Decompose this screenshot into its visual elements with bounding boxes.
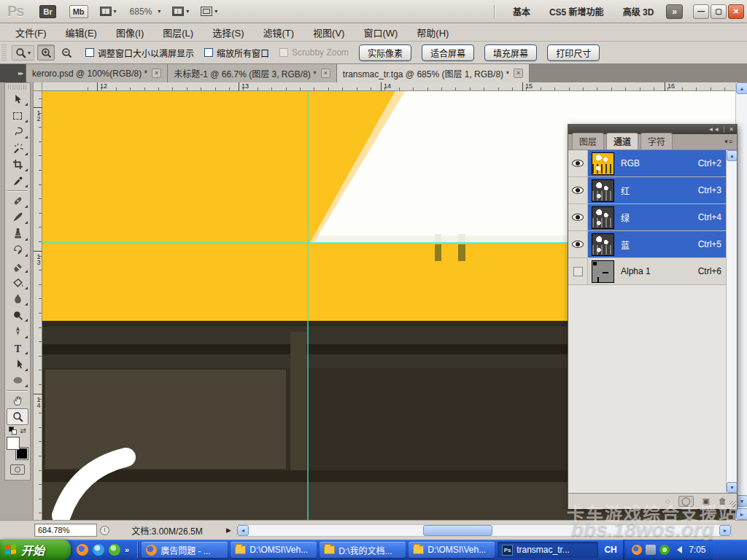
save-selection-as-channel-icon[interactable]: ◯ bbox=[678, 496, 693, 507]
start-button[interactable]: 开始 bbox=[0, 540, 71, 560]
menu-help[interactable]: 帮助(H) bbox=[407, 26, 458, 39]
channel-row-green[interactable]: 绿 Ctrl+4 bbox=[568, 204, 726, 231]
scroll-up-icon[interactable]: ▲ bbox=[736, 82, 747, 94]
horizontal-scrollbar[interactable]: ◄ ► bbox=[236, 524, 732, 537]
lasso-tool[interactable] bbox=[7, 124, 28, 140]
app-quicklaunch-icon[interactable] bbox=[109, 544, 120, 556]
launch-minibridge-button[interactable]: Mb bbox=[69, 5, 88, 18]
workspace-3d-button[interactable]: 高级 3D bbox=[616, 3, 661, 20]
history-brush-tool[interactable] bbox=[7, 242, 28, 258]
language-indicator[interactable]: CH bbox=[600, 545, 622, 555]
menu-view[interactable]: 视图(V) bbox=[303, 26, 354, 39]
close-panel-icon[interactable]: ✕ bbox=[729, 126, 734, 133]
menu-layer[interactable]: 图层(L) bbox=[153, 26, 203, 39]
channel-row-alpha1[interactable]: Alpha 1 Ctrl+6 bbox=[568, 258, 726, 285]
ruler-corner[interactable] bbox=[34, 82, 42, 91]
new-channel-icon[interactable]: ▣ bbox=[703, 497, 710, 505]
status-expand-icon[interactable]: ▶ bbox=[226, 526, 231, 534]
launch-bridge-button[interactable]: Br bbox=[39, 5, 55, 18]
minimize-button[interactable]: — bbox=[693, 4, 709, 19]
task-folder-documents[interactable]: D:\我的文档... bbox=[320, 542, 406, 558]
load-channel-selection-icon[interactable]: ◌ bbox=[665, 497, 670, 505]
clock[interactable]: 7:05 bbox=[689, 545, 705, 555]
close-icon[interactable]: × bbox=[514, 69, 523, 78]
scroll-right-icon[interactable]: ► bbox=[736, 508, 747, 520]
visibility-cell[interactable] bbox=[568, 204, 588, 230]
chevron-down-icon[interactable]: ▾ bbox=[158, 8, 160, 15]
restore-button[interactable]: ▢ bbox=[711, 4, 727, 19]
channel-row-blue[interactable]: 蓝 Ctrl+5 bbox=[568, 231, 726, 258]
quick-mask-button[interactable] bbox=[10, 464, 25, 475]
doc-tab-untitled[interactable]: 未标题-1 @ 66.7% (图层 3, RGB/8) * × bbox=[168, 64, 337, 82]
zoom-in-button[interactable] bbox=[37, 44, 55, 61]
tools-grip[interactable] bbox=[8, 85, 27, 90]
zoom-tool-preset[interactable]: ▾ bbox=[12, 45, 34, 61]
visibility-cell[interactable] bbox=[568, 258, 588, 284]
crop-tool[interactable] bbox=[7, 157, 28, 173]
vertical-ruler[interactable]: 12 13 14 bbox=[34, 91, 42, 520]
doc-tab-transmac[interactable]: transmac_tr.tga @ 685% (图层 1, RGB/8) * × bbox=[337, 64, 530, 82]
panel-menu-icon[interactable]: ▾≡ bbox=[724, 138, 733, 145]
tab-layers[interactable]: 图层 bbox=[572, 133, 604, 149]
close-button[interactable]: ✕ bbox=[728, 4, 744, 19]
zoom-tool[interactable] bbox=[7, 408, 28, 424]
path-selection-tool[interactable] bbox=[7, 356, 28, 372]
menu-edit[interactable]: 编辑(E) bbox=[56, 26, 107, 39]
scroll-up-icon[interactable]: ▲ bbox=[727, 150, 737, 161]
scroll-left-icon[interactable]: ◄ bbox=[237, 525, 249, 536]
device-tray-icon[interactable] bbox=[646, 545, 656, 555]
document-size-readout[interactable]: 文档:3.00M/26.5M bbox=[112, 524, 222, 537]
tab-character[interactable]: 字符 bbox=[640, 133, 673, 149]
eyedropper-tool[interactable] bbox=[7, 173, 28, 189]
firefox-quicklaunch-icon[interactable] bbox=[77, 544, 88, 556]
nvidia-tray-icon[interactable] bbox=[659, 545, 670, 555]
clone-stamp-tool[interactable] bbox=[7, 225, 28, 241]
menu-select[interactable]: 选择(S) bbox=[203, 26, 253, 39]
arrange-documents-button[interactable]: ▾ bbox=[172, 7, 189, 16]
menu-file[interactable]: 文件(F) bbox=[6, 26, 56, 39]
collapse-panel-icon[interactable]: ◄◄ bbox=[708, 126, 719, 133]
foreground-color-swatch[interactable] bbox=[7, 437, 20, 450]
eraser-tool[interactable] bbox=[7, 258, 28, 274]
dodge-tool[interactable] bbox=[7, 307, 28, 323]
doc-tab-keroro[interactable]: keroro.psd @ 100%(RGB/8) * × bbox=[26, 64, 168, 82]
volume-tray-icon[interactable] bbox=[673, 546, 682, 553]
fit-screen-button[interactable]: 适合屏幕 bbox=[422, 44, 474, 61]
actual-pixels-button[interactable]: 实际像素 bbox=[359, 44, 411, 61]
move-tool[interactable] bbox=[7, 91, 28, 107]
pen-tool[interactable] bbox=[7, 323, 28, 339]
resize-windows-checkbox[interactable]: 调整窗口大小以满屏显示 bbox=[85, 47, 194, 59]
horizontal-scroll-thumb[interactable] bbox=[423, 525, 492, 536]
delete-channel-icon[interactable]: 🗑 bbox=[719, 497, 727, 505]
scroll-down-icon[interactable]: ▼ bbox=[736, 495, 747, 507]
channel-row-red[interactable]: 红 Ctrl+3 bbox=[568, 177, 726, 204]
fill-screen-button[interactable]: 填充屏幕 bbox=[484, 44, 537, 61]
quicklaunch-overflow-icon[interactable]: » bbox=[125, 545, 129, 554]
visibility-cell[interactable] bbox=[568, 177, 588, 203]
workspace-cs5new-button[interactable]: CS5 新增功能 bbox=[543, 3, 611, 20]
workspace-basic-button[interactable]: 基本 bbox=[506, 3, 537, 20]
close-icon[interactable]: × bbox=[152, 69, 161, 78]
swap-colors-icon[interactable]: ⇄ bbox=[20, 427, 26, 435]
horizontal-ruler[interactable]: 12 13 14 15 16 bbox=[42, 82, 735, 91]
task-folder-omsi-1[interactable]: D:\OMSI\Veh... bbox=[231, 542, 317, 558]
paint-bucket-tool[interactable] bbox=[7, 274, 28, 290]
media-player-quicklaunch-icon[interactable] bbox=[93, 544, 104, 556]
zoom-level-control[interactable]: 685% bbox=[130, 7, 152, 17]
zoom-all-windows-checkbox[interactable]: 缩放所有窗口 bbox=[204, 47, 269, 59]
type-tool[interactable]: T bbox=[7, 340, 28, 356]
blur-tool[interactable] bbox=[7, 291, 28, 307]
tool-dock-collapse[interactable]: ▸▸ bbox=[0, 64, 26, 82]
view-extras-button[interactable]: ▾ bbox=[100, 7, 117, 16]
hand-tool[interactable] bbox=[7, 392, 28, 408]
scroll-right-icon[interactable]: ► bbox=[719, 525, 731, 536]
default-colors-icon[interactable] bbox=[9, 427, 17, 435]
firefox-tray-icon[interactable] bbox=[632, 545, 642, 555]
menu-window[interactable]: 窗口(W) bbox=[354, 26, 407, 39]
task-photoshop[interactable]: Ps transmac_tr... bbox=[498, 542, 598, 558]
screen-mode-button[interactable]: ▾ bbox=[201, 7, 217, 16]
menu-image[interactable]: 图像(I) bbox=[107, 26, 153, 39]
task-folder-omsi-2[interactable]: D:\OMSI\Veh... bbox=[409, 542, 495, 558]
visibility-cell[interactable] bbox=[568, 231, 588, 257]
panel-resize-grip[interactable] bbox=[729, 501, 736, 508]
